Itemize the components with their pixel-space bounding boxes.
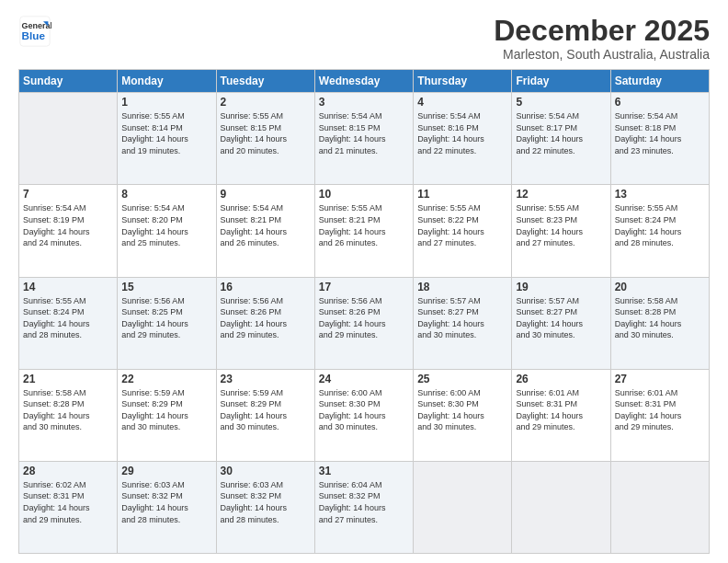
calendar-cell: 30Sunrise: 6:03 AM Sunset: 8:32 PM Dayli…: [216, 461, 314, 553]
cell-day-number: 5: [516, 96, 606, 109]
calendar-cell: 13Sunrise: 5:55 AM Sunset: 8:24 PM Dayli…: [610, 185, 709, 277]
cell-info-text: Sunrise: 5:54 AM Sunset: 8:20 PM Dayligh…: [121, 202, 211, 248]
cell-day-number: 23: [221, 373, 311, 385]
cell-info-text: Sunrise: 5:59 AM Sunset: 8:29 PM Dayligh…: [121, 387, 211, 433]
cell-info-text: Sunrise: 5:55 AM Sunset: 8:22 PM Dayligh…: [417, 202, 507, 248]
cell-info-text: Sunrise: 5:58 AM Sunset: 8:28 PM Dayligh…: [23, 387, 113, 433]
cell-day-number: 27: [615, 373, 705, 385]
calendar-cell: 1Sunrise: 5:55 AM Sunset: 8:14 PM Daylig…: [118, 93, 216, 185]
calendar-week-row: 21Sunrise: 5:58 AM Sunset: 8:28 PM Dayli…: [19, 369, 710, 461]
cell-day-number: 11: [417, 188, 507, 201]
calendar-cell: 22Sunrise: 5:59 AM Sunset: 8:29 PM Dayli…: [118, 369, 216, 461]
calendar-week-row: 7Sunrise: 5:54 AM Sunset: 8:19 PM Daylig…: [19, 185, 710, 277]
calendar-cell: 11Sunrise: 5:55 AM Sunset: 8:22 PM Dayli…: [414, 185, 512, 277]
calendar-cell: 18Sunrise: 5:57 AM Sunset: 8:27 PM Dayli…: [414, 277, 512, 369]
weekday-header-sunday: Sunday: [19, 70, 118, 93]
svg-text:Blue: Blue: [22, 29, 46, 41]
cell-day-number: 2: [221, 96, 311, 109]
month-title: December 2025: [494, 15, 710, 47]
calendar-cell: 25Sunrise: 6:00 AM Sunset: 8:30 PM Dayli…: [414, 369, 512, 461]
cell-day-number: 4: [417, 96, 507, 109]
cell-info-text: Sunrise: 5:57 AM Sunset: 8:27 PM Dayligh…: [417, 295, 507, 341]
calendar-cell: 7Sunrise: 5:54 AM Sunset: 8:19 PM Daylig…: [19, 185, 118, 277]
cell-info-text: Sunrise: 5:55 AM Sunset: 8:24 PM Dayligh…: [615, 202, 705, 248]
cell-info-text: Sunrise: 5:55 AM Sunset: 8:21 PM Dayligh…: [319, 202, 409, 248]
cell-day-number: 8: [121, 188, 211, 201]
cell-day-number: 20: [615, 281, 705, 293]
calendar-cell: 14Sunrise: 5:55 AM Sunset: 8:24 PM Dayli…: [19, 277, 118, 369]
cell-day-number: 9: [221, 188, 311, 201]
cell-info-text: Sunrise: 5:55 AM Sunset: 8:24 PM Dayligh…: [23, 295, 113, 341]
cell-info-text: Sunrise: 6:02 AM Sunset: 8:31 PM Dayligh…: [23, 479, 113, 525]
calendar-cell: 20Sunrise: 5:58 AM Sunset: 8:28 PM Dayli…: [610, 277, 709, 369]
calendar-cell: [19, 93, 118, 185]
calendar-cell: 29Sunrise: 6:03 AM Sunset: 8:32 PM Dayli…: [118, 461, 216, 553]
calendar-cell: 17Sunrise: 5:56 AM Sunset: 8:26 PM Dayli…: [314, 277, 413, 369]
calendar-cell: 8Sunrise: 5:54 AM Sunset: 8:20 PM Daylig…: [118, 185, 216, 277]
cell-day-number: 17: [319, 281, 409, 293]
header: General Blue December 2025 Marleston, So…: [18, 15, 710, 62]
page: General Blue December 2025 Marleston, So…: [0, 0, 728, 563]
cell-day-number: 1: [121, 96, 211, 109]
calendar-cell: 26Sunrise: 6:01 AM Sunset: 8:31 PM Dayli…: [512, 369, 610, 461]
cell-day-number: 25: [417, 373, 507, 385]
cell-info-text: Sunrise: 5:55 AM Sunset: 8:15 PM Dayligh…: [221, 110, 311, 156]
calendar-cell: 2Sunrise: 5:55 AM Sunset: 8:15 PM Daylig…: [216, 93, 314, 185]
calendar-cell: 5Sunrise: 5:54 AM Sunset: 8:17 PM Daylig…: [512, 93, 610, 185]
cell-day-number: 26: [516, 373, 606, 385]
calendar-week-row: 14Sunrise: 5:55 AM Sunset: 8:24 PM Dayli…: [19, 277, 710, 369]
cell-info-text: Sunrise: 5:56 AM Sunset: 8:26 PM Dayligh…: [221, 295, 311, 341]
calendar-cell: [512, 461, 610, 553]
cell-day-number: 12: [516, 188, 606, 201]
calendar-cell: 9Sunrise: 5:54 AM Sunset: 8:21 PM Daylig…: [216, 185, 314, 277]
calendar-cell: 16Sunrise: 5:56 AM Sunset: 8:26 PM Dayli…: [216, 277, 314, 369]
weekday-header-wednesday: Wednesday: [314, 70, 413, 93]
cell-day-number: 28: [23, 465, 113, 477]
cell-day-number: 10: [319, 188, 409, 201]
cell-info-text: Sunrise: 6:00 AM Sunset: 8:30 PM Dayligh…: [319, 387, 409, 433]
cell-day-number: 14: [23, 281, 113, 293]
cell-day-number: 21: [23, 373, 113, 385]
cell-info-text: Sunrise: 5:56 AM Sunset: 8:25 PM Dayligh…: [121, 295, 211, 341]
cell-info-text: Sunrise: 6:00 AM Sunset: 8:30 PM Dayligh…: [417, 387, 507, 433]
calendar-table: SundayMondayTuesdayWednesdayThursdayFrid…: [18, 69, 710, 554]
cell-info-text: Sunrise: 6:03 AM Sunset: 8:32 PM Dayligh…: [121, 479, 211, 525]
calendar-cell: 4Sunrise: 5:54 AM Sunset: 8:16 PM Daylig…: [414, 93, 512, 185]
cell-day-number: 13: [615, 188, 705, 201]
cell-info-text: Sunrise: 5:54 AM Sunset: 8:21 PM Dayligh…: [221, 202, 311, 248]
calendar-cell: 10Sunrise: 5:55 AM Sunset: 8:21 PM Dayli…: [314, 185, 413, 277]
cell-day-number: 16: [221, 281, 311, 293]
cell-info-text: Sunrise: 5:54 AM Sunset: 8:15 PM Dayligh…: [319, 110, 409, 156]
cell-info-text: Sunrise: 5:57 AM Sunset: 8:27 PM Dayligh…: [516, 295, 606, 341]
logo: General Blue: [18, 15, 53, 48]
cell-info-text: Sunrise: 6:01 AM Sunset: 8:31 PM Dayligh…: [615, 387, 705, 433]
cell-day-number: 30: [221, 465, 311, 477]
calendar-cell: 3Sunrise: 5:54 AM Sunset: 8:15 PM Daylig…: [314, 93, 413, 185]
cell-day-number: 22: [121, 373, 211, 385]
weekday-header-saturday: Saturday: [610, 70, 709, 93]
calendar-cell: 19Sunrise: 5:57 AM Sunset: 8:27 PM Dayli…: [512, 277, 610, 369]
cell-day-number: 19: [516, 281, 606, 293]
cell-info-text: Sunrise: 5:55 AM Sunset: 8:14 PM Dayligh…: [121, 110, 211, 156]
cell-day-number: 3: [319, 96, 409, 109]
cell-info-text: Sunrise: 5:59 AM Sunset: 8:29 PM Dayligh…: [221, 387, 311, 433]
calendar-cell: 28Sunrise: 6:02 AM Sunset: 8:31 PM Dayli…: [19, 461, 118, 553]
calendar-week-row: 1Sunrise: 5:55 AM Sunset: 8:14 PM Daylig…: [19, 93, 710, 185]
cell-day-number: 7: [23, 188, 113, 201]
cell-day-number: 18: [417, 281, 507, 293]
cell-day-number: 31: [319, 465, 409, 477]
cell-info-text: Sunrise: 5:54 AM Sunset: 8:18 PM Dayligh…: [615, 110, 705, 156]
weekday-header-thursday: Thursday: [414, 70, 512, 93]
calendar-cell: 27Sunrise: 6:01 AM Sunset: 8:31 PM Dayli…: [610, 369, 709, 461]
cell-info-text: Sunrise: 5:56 AM Sunset: 8:26 PM Dayligh…: [319, 295, 409, 341]
weekday-header-tuesday: Tuesday: [216, 70, 314, 93]
weekday-header-friday: Friday: [512, 70, 610, 93]
cell-day-number: 29: [121, 465, 211, 477]
cell-info-text: Sunrise: 6:04 AM Sunset: 8:32 PM Dayligh…: [319, 479, 409, 525]
cell-info-text: Sunrise: 5:55 AM Sunset: 8:23 PM Dayligh…: [516, 202, 606, 248]
title-block: December 2025 Marleston, South Australia…: [494, 15, 710, 62]
calendar-cell: [414, 461, 512, 553]
cell-info-text: Sunrise: 5:58 AM Sunset: 8:28 PM Dayligh…: [615, 295, 705, 341]
calendar-cell: 15Sunrise: 5:56 AM Sunset: 8:25 PM Dayli…: [118, 277, 216, 369]
cell-day-number: 24: [319, 373, 409, 385]
